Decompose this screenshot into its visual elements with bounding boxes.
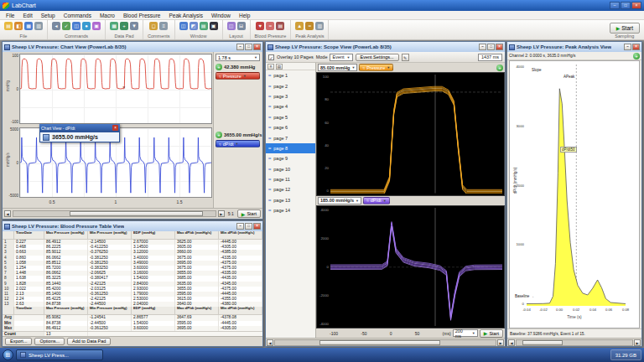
horizontal-scrollbar[interactable]: [13, 210, 216, 217]
page-item[interactable]: ≈ page 5: [266, 112, 315, 122]
toolbar-icon[interactable]: ▥: [315, 22, 324, 30]
toolbar-icon[interactable]: ▲: [295, 22, 304, 30]
pressure-plot[interactable]: ×: [19, 54, 212, 124]
scope-dpdt-value[interactable]: 185.00 mmHg/s▼: [318, 197, 361, 204]
list-view-icon[interactable]: ≡: [267, 64, 274, 70]
page-item[interactable]: ≈ page 10: [266, 164, 315, 174]
compression-ratio[interactable]: 5:1: [226, 211, 236, 216]
mode-select[interactable]: Event▼: [330, 54, 352, 61]
toolbar-icon[interactable]: ◻: [149, 22, 158, 30]
scope-start-button[interactable]: ▶ Start: [480, 329, 503, 338]
toolbar-icon[interactable]: ◂: [52, 22, 60, 30]
timebase-select[interactable]: 1.78 s▼: [216, 54, 260, 61]
page-view-icon[interactable]: ▤: [276, 64, 283, 70]
page-item[interactable]: ≈ page 12: [266, 184, 315, 194]
add-to-datapad-button[interactable]: Add to Data Pad: [67, 338, 111, 345]
menu-item[interactable]: File: [2, 13, 18, 18]
close-icon[interactable]: ×: [253, 223, 261, 230]
toolbar-icon[interactable]: ▼: [130, 22, 138, 30]
add-icon[interactable]: +: [216, 64, 222, 70]
close-icon[interactable]: ×: [253, 44, 261, 50]
toolbar-icon[interactable]: ◫: [227, 22, 236, 30]
maximize-icon[interactable]: □: [621, 2, 631, 9]
scrollbar-thumb[interactable]: [522, 340, 563, 345]
peak-view-titlebar[interactable]: Sheep LV Pressure: Peak Analysis View – …: [507, 42, 641, 52]
menu-item[interactable]: Window: [207, 13, 235, 18]
scroll-left-icon[interactable]: ◀: [267, 339, 273, 346]
minimize-icon[interactable]: –: [479, 44, 486, 50]
toolbar-icon[interactable]: ≈: [266, 22, 274, 30]
export-button[interactable]: Export...: [5, 338, 32, 345]
maximize-icon[interactable]: □: [487, 44, 495, 50]
toolbar-icon[interactable]: ⊟: [237, 22, 246, 30]
menu-item[interactable]: Macro: [96, 13, 119, 18]
toolbar-icon[interactable]: ●: [82, 22, 91, 30]
event-settings-button[interactable]: Event Settings...: [356, 54, 399, 61]
toolbar-icon[interactable]: ◧: [14, 22, 23, 30]
scope-pressure-plot[interactable]: 100806040200: [316, 72, 505, 196]
scope-view-titlebar[interactable]: Sheep LV Pressure: Scope View (PowerLab …: [266, 42, 505, 52]
toolbar-icon[interactable]: ◩: [190, 22, 198, 30]
add-icon[interactable]: +: [496, 65, 503, 71]
toolbar-icon[interactable]: ≈: [305, 22, 314, 30]
peak-plot[interactable]: dP/dt (mmHg/s) 40003000200010000 Slope A…: [509, 60, 640, 328]
page-item[interactable]: ≈ page 13: [266, 195, 315, 205]
toolbar-icon[interactable]: +: [120, 22, 128, 30]
peak-scrollbar[interactable]: ◀ ▶: [507, 338, 641, 346]
menu-item[interactable]: Edit: [18, 13, 36, 18]
toolbar-icon[interactable]: ◫: [72, 22, 80, 30]
chart-start-button[interactable]: ▶ Start: [237, 209, 261, 218]
close-icon[interactable]: ×: [112, 125, 118, 131]
close-icon[interactable]: ×: [496, 44, 503, 50]
channel-chip-dpdt[interactable]: ≈ dP/dt ▼: [216, 140, 260, 147]
main-titlebar[interactable]: LabChart – □ ×: [0, 0, 644, 11]
scroll-right-icon[interactable]: ▶: [497, 339, 504, 346]
scroll-left-icon[interactable]: ◀: [508, 339, 515, 346]
scope-timebase-select[interactable]: 200 ms▼: [453, 329, 478, 337]
minimize-icon[interactable]: –: [610, 2, 620, 9]
close-icon[interactable]: ×: [631, 2, 641, 9]
chart-view-titlebar[interactable]: Sheep LV Pressure: Chart View (PowerLab …: [3, 42, 262, 52]
minimize-icon[interactable]: –: [624, 44, 631, 50]
scroll-right-icon[interactable]: ▶: [634, 339, 641, 346]
channel-chip-pressure[interactable]: ≈ Pressure ▼: [216, 72, 260, 80]
page-item[interactable]: ≈ page 3: [266, 91, 315, 101]
toolbar-icon[interactable]: ▦: [110, 22, 118, 30]
toolbar-icon[interactable]: ▥: [34, 22, 43, 30]
options-button[interactable]: Options...: [34, 338, 65, 345]
page-item[interactable]: ≈ page 4: [266, 101, 315, 111]
page-item[interactable]: ≈ page 7: [266, 132, 315, 142]
page-item[interactable]: ≈ page 9: [266, 153, 315, 163]
toolbar-icon[interactable]: ▦: [24, 22, 33, 30]
scrollbar-thumb[interactable]: [70, 211, 203, 216]
add-icon[interactable]: +: [633, 53, 640, 59]
start-menu-button[interactable]: ⊞: [3, 349, 13, 360]
close-icon[interactable]: ×: [632, 44, 640, 50]
scrollbar-thumb[interactable]: [319, 340, 441, 345]
menu-item[interactable]: Blood Pressure: [119, 13, 164, 18]
scope-dpdt-plot[interactable]: 400020000-2000-4000: [316, 205, 505, 329]
scroll-right-icon[interactable]: ▶: [218, 210, 225, 217]
channel-chip-dpdt[interactable]: ≈ dP/dt ▼: [363, 197, 390, 204]
add-icon[interactable]: +: [216, 132, 222, 138]
page-item[interactable]: ≈ page 14: [266, 205, 315, 215]
minimize-icon[interactable]: –: [236, 223, 244, 230]
taskbar-app-button[interactable]: Sheep LV Press...: [16, 349, 103, 360]
page-item[interactable]: ≈ page 8: [266, 143, 315, 153]
menu-item[interactable]: Commands: [60, 13, 96, 18]
channel-chip-pressure[interactable]: ≈ Pressure ▼: [359, 64, 393, 71]
toolbar-icon[interactable]: ▣: [210, 22, 218, 30]
page-item[interactable]: ≈ page 6: [266, 122, 315, 132]
maximize-icon[interactable]: □: [245, 44, 252, 50]
toolbar-icon[interactable]: ≡: [159, 22, 168, 30]
toolbar-icon[interactable]: ▤: [276, 22, 284, 30]
maximize-icon[interactable]: □: [245, 223, 252, 230]
page-item[interactable]: ≈ page 1: [266, 70, 315, 80]
table-view-titlebar[interactable]: Sheep LV Pressure: Blood Pressure Table …: [3, 221, 262, 231]
toolbar-icon[interactable]: ◫: [179, 22, 188, 30]
toolbar-icon[interactable]: ✓: [62, 22, 70, 30]
toolbar-icon[interactable]: ▣: [92, 22, 101, 30]
comment-icon[interactable]: ✎: [402, 54, 409, 61]
start-button[interactable]: ▶ Start: [610, 23, 640, 34]
toolbar-icon[interactable]: ▤: [200, 22, 208, 30]
